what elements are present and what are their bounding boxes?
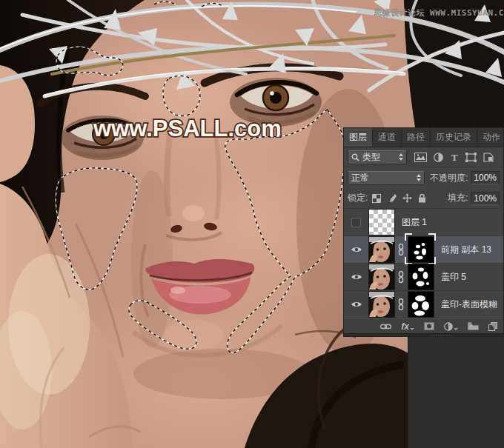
tab-paths[interactable]: 路径 (402, 128, 431, 147)
new-adjustment-layer-icon[interactable] (444, 322, 458, 331)
layer-row-gaiyin-5[interactable]: 盖印 5 (344, 264, 503, 291)
new-layer-icon[interactable] (488, 322, 497, 331)
svg-text:T: T (451, 153, 458, 162)
tab-history[interactable]: 历史记录 (431, 128, 477, 147)
visibility-off-box (351, 218, 361, 227)
lock-all-icon[interactable] (418, 193, 426, 203)
lock-paint-icon[interactable] (387, 193, 397, 203)
visibility-toggle[interactable] (344, 218, 368, 227)
layer-style-icon[interactable]: fx (401, 322, 414, 331)
layer-name: 图层 1 (402, 216, 427, 229)
layer-name: 盖印-表面模糊 (441, 298, 497, 311)
layer-filter-row: 类型 T (344, 147, 503, 167)
psall-watermark: www.PSALL.com (93, 116, 282, 141)
search-icon (351, 153, 359, 161)
layer-row-gaiyin-biaomianmohu[interactable]: 盖印-表面模糊 (344, 291, 503, 318)
lock-transparency-icon[interactable] (372, 194, 381, 203)
layer-mask-thumbnail[interactable] (408, 264, 434, 290)
lock-row: 锁定: 填充: 100% (344, 188, 503, 209)
tab-actions[interactable]: 动作 (477, 128, 503, 147)
type-layer-filter-icon[interactable]: T (450, 153, 459, 162)
tab-layers[interactable]: 图层 (344, 128, 373, 147)
link-layers-icon[interactable] (380, 324, 391, 330)
filter-kind-dropdown[interactable]: 类型 (348, 150, 407, 164)
shape-layer-filter-icon[interactable] (465, 153, 477, 162)
photoshop-window: www.PSALL.com 思缘设计论坛 WWW.MISSYUAN.COM (0, 0, 504, 448)
visibility-toggle[interactable] (344, 246, 368, 253)
adjustment-layer-filter-icon[interactable] (434, 153, 443, 162)
layer-name: 盖印 5 (441, 271, 466, 284)
visibility-toggle[interactable] (344, 273, 368, 281)
panel-bottom-toolbar: fx (344, 318, 503, 333)
layer-list: 图层 1 (344, 209, 503, 318)
panel-dock-background (408, 337, 504, 448)
fill-label: 填充: (448, 192, 468, 204)
eye-icon (351, 273, 362, 281)
layers-panel: 图层 通道 路径 历史记录 动作 类型 (343, 127, 504, 337)
add-layer-mask-icon[interactable] (424, 322, 434, 330)
visibility-toggle[interactable] (344, 301, 368, 308)
layer-thumbnail-transparent[interactable] (368, 209, 395, 235)
tab-channels[interactable]: 通道 (373, 128, 402, 147)
mask-link-icon[interactable] (396, 271, 406, 283)
forum-watermark: 思缘设计论坛 WWW.MISSYUAN.COM (373, 8, 504, 18)
mask-link-icon[interactable] (396, 244, 406, 255)
opacity-label: 不透明度: (430, 172, 468, 184)
layer-thumbnail-portrait[interactable] (368, 291, 395, 318)
layer-thumbnail-portrait[interactable] (368, 236, 395, 263)
layer-mask-thumbnail[interactable] (408, 236, 434, 263)
mask-link-icon[interactable] (396, 298, 406, 310)
opacity-value[interactable]: 100% (471, 171, 500, 184)
layer-thumbnail-portrait[interactable] (368, 264, 395, 290)
layer-row-tuceng1[interactable]: 图层 1 (344, 209, 503, 236)
resize-grip-icon (431, 335, 452, 337)
dropdown-arrows-icon (417, 174, 421, 181)
blend-mode-row: 正常 不透明度: 100% (344, 167, 503, 188)
dropdown-arrows-icon (399, 153, 403, 161)
layer-mask-thumbnail[interactable] (408, 291, 434, 318)
filter-kind-value: 类型 (362, 151, 394, 164)
layer-row-qianqi-fuben-13[interactable]: 前期 副本 13 (344, 236, 503, 264)
layer-name: 前期 副本 13 (441, 244, 491, 256)
panel-resize-strip[interactable] (344, 333, 503, 337)
new-group-icon[interactable] (468, 322, 479, 330)
eye-icon (351, 246, 362, 253)
fill-value[interactable]: 100% (471, 192, 500, 205)
blend-mode-value: 正常 (351, 172, 412, 184)
pixel-layer-filter-icon[interactable] (414, 153, 427, 162)
panel-tab-bar: 图层 通道 路径 历史记录 动作 (344, 128, 503, 147)
eye-icon (351, 301, 362, 308)
smart-object-filter-icon[interactable] (483, 153, 494, 162)
lock-label: 锁定: (348, 192, 368, 204)
lock-position-icon[interactable] (402, 193, 412, 203)
blend-mode-dropdown[interactable]: 正常 (348, 171, 425, 185)
